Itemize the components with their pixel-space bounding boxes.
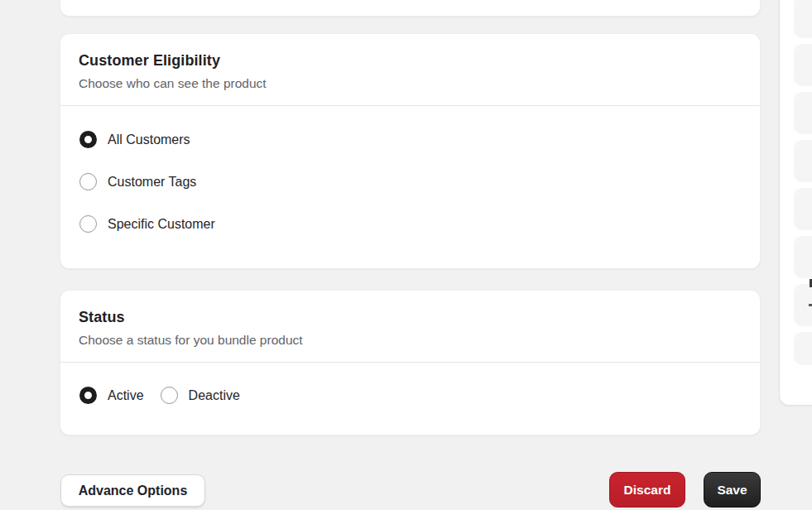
radio-option-all-customers[interactable]: All Customers [79, 131, 742, 148]
status-title: Status [79, 309, 742, 326]
status-subtitle: Choose a status for you bundle product [79, 333, 742, 348]
right-side-panel-partial [779, 0, 812, 406]
save-button[interactable]: Save [704, 472, 761, 508]
customer-eligibility-options: All Customers Customer Tags Specific Cus… [60, 106, 760, 253]
right-panel-item [794, 188, 812, 230]
radio-option-label: All Customers [108, 132, 190, 147]
customer-eligibility-card: Customer Eligibility Choose who can see … [60, 33, 761, 269]
radio-selected-icon[interactable] [79, 387, 97, 404]
customer-eligibility-title: Customer Eligibility [79, 52, 742, 70]
right-panel-item [794, 140, 812, 182]
radio-option-specific-customer[interactable]: Specific Customer [79, 215, 742, 233]
status-options: Active Deactive [60, 363, 760, 428]
right-panel-item [794, 0, 812, 38]
customer-eligibility-header: Customer Eligibility Choose who can see … [60, 34, 760, 91]
radio-option-label: Specific Customer [108, 217, 215, 232]
clipped-text-fragment [809, 304, 812, 306]
radio-option-deactive[interactable]: Deactive [161, 387, 240, 404]
customer-eligibility-subtitle: Choose who can see the product [79, 76, 742, 91]
radio-option-label: Deactive [189, 388, 240, 403]
previous-card-partial [60, 0, 761, 17]
right-panel-item [794, 44, 812, 86]
page: Customer Eligibility Choose who can see … [0, 0, 812, 510]
radio-unselected-icon[interactable] [79, 215, 97, 233]
radio-unselected-icon[interactable] [79, 173, 97, 190]
radio-option-customer-tags[interactable]: Customer Tags [79, 173, 742, 190]
advance-options-button[interactable]: Advance Options [60, 474, 205, 507]
right-panel-item [794, 92, 812, 134]
discard-button[interactable]: Discard [609, 472, 685, 508]
right-panel-item [794, 236, 812, 278]
right-panel-items [794, 0, 812, 365]
status-card: Status Choose a status for you bundle pr… [60, 290, 761, 435]
radio-option-label: Customer Tags [108, 175, 196, 190]
radio-selected-icon[interactable] [79, 131, 97, 148]
radio-option-active[interactable]: Active [79, 387, 144, 404]
right-panel-item [794, 332, 812, 365]
radio-option-label: Active [108, 388, 144, 403]
radio-unselected-icon[interactable] [161, 387, 178, 404]
status-header: Status Choose a status for you bundle pr… [60, 291, 760, 348]
